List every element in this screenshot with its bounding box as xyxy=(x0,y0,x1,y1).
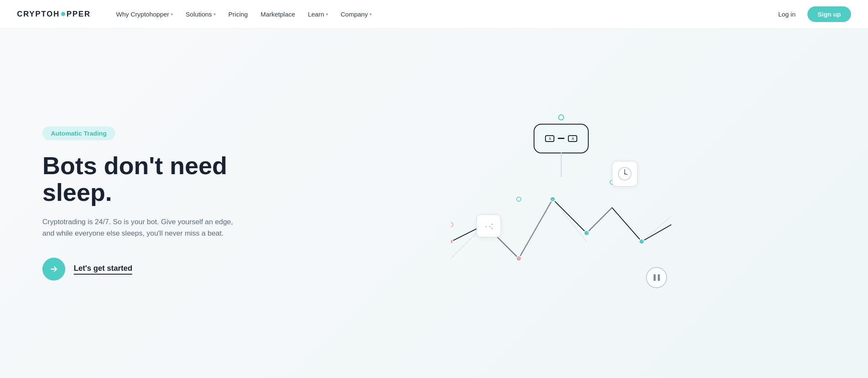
robot-body xyxy=(534,124,589,153)
nav-item-why[interactable]: Why Cryptohopper ▾ xyxy=(111,7,178,21)
chart-dot-sell-1 xyxy=(451,239,453,244)
svg-point-9 xyxy=(624,173,626,175)
arrow-right-icon xyxy=(49,264,58,274)
nav-item-pricing[interactable]: Pricing xyxy=(223,7,253,21)
question-card: · · xyxy=(476,214,501,237)
chevron-down-icon: ▾ xyxy=(370,12,372,17)
nav-item-learn[interactable]: Learn ▾ xyxy=(303,7,333,21)
robot-right-eye xyxy=(568,135,577,142)
clock-icon xyxy=(617,166,632,181)
hero-illustration: · · xyxy=(288,97,834,309)
pause-button[interactable] xyxy=(646,267,667,288)
cta-label[interactable]: Let's get started xyxy=(74,264,132,275)
svg-line-3 xyxy=(519,199,553,258)
nav-links: Why Cryptohopper ▾ Solutions ▾ Pricing M… xyxy=(111,7,773,21)
robot-mouth xyxy=(558,138,565,139)
hero-content: Automatic Trading Bots don't need sleep.… xyxy=(42,126,288,281)
login-button[interactable]: Log in xyxy=(773,7,801,21)
main-nav: CRYPTOH PPER Why Cryptohopper ▾ Solution… xyxy=(0,0,868,29)
robot-illustration xyxy=(534,114,589,153)
hero-title: Bots don't need sleep. xyxy=(42,152,288,206)
logo-text-part2: PPER xyxy=(67,10,91,19)
trading-illustration: · · xyxy=(451,106,671,301)
nav-item-solutions[interactable]: Solutions ▾ xyxy=(181,7,221,21)
nav-item-company[interactable]: Company ▾ xyxy=(336,7,377,21)
cta-row: Let's get started xyxy=(42,258,288,281)
logo[interactable]: CRYPTOH PPER xyxy=(17,10,91,19)
logo-text-part1: CRYPTOH xyxy=(17,10,60,19)
cta-arrow-button[interactable] xyxy=(42,258,65,281)
svg-line-2 xyxy=(553,199,587,242)
pause-icon xyxy=(654,274,660,281)
clock-card xyxy=(612,161,637,186)
hero-description: Cryptotrading is 24/7. So is your bot. G… xyxy=(42,216,246,239)
signup-button[interactable]: Sign up xyxy=(807,6,851,22)
nav-item-marketplace[interactable]: Marketplace xyxy=(256,7,300,21)
question-text: · · xyxy=(485,221,491,231)
chart-hollow-dot-1 xyxy=(517,197,521,201)
robot-left-eye xyxy=(545,135,554,142)
nav-right: Log in Sign up xyxy=(773,6,851,22)
chevron-down-icon: ▾ xyxy=(171,12,173,17)
chevron-down-icon: ▾ xyxy=(326,12,328,17)
chart-hollow-dot-3 xyxy=(451,222,453,227)
svg-line-5 xyxy=(642,216,671,242)
hero-section: Automatic Trading Bots don't need sleep.… xyxy=(0,29,868,378)
robot-antenna xyxy=(558,114,564,120)
logo-dot xyxy=(61,12,65,16)
svg-line-4 xyxy=(587,208,612,233)
hero-badge: Automatic Trading xyxy=(42,126,115,140)
chevron-down-icon: ▾ xyxy=(214,12,216,17)
